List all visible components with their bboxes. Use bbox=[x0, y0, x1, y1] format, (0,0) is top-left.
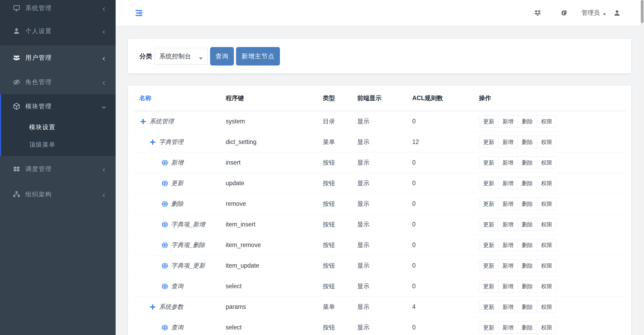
bird-icon[interactable] bbox=[560, 9, 568, 17]
sidebar-item-组织架构[interactable]: 组织架构 bbox=[0, 182, 116, 207]
cell-program-key: update bbox=[226, 180, 323, 187]
cell-name: 系统管理 bbox=[134, 117, 226, 125]
insert-button[interactable]: 新增 bbox=[498, 198, 518, 210]
page-scrollbar[interactable] bbox=[640, 0, 644, 335]
cell-program-key: insert bbox=[226, 159, 323, 166]
cell-display: 显示 bbox=[357, 262, 412, 270]
insert-button[interactable]: 新增 bbox=[498, 239, 518, 251]
insert-button[interactable]: 新增 bbox=[498, 280, 518, 292]
cell-operations: 更新新增删除权限 bbox=[479, 115, 626, 128]
cell-program-key: item_remove bbox=[226, 241, 323, 249]
insert-button[interactable]: 新增 bbox=[498, 259, 518, 272]
scrollbar-thumb[interactable] bbox=[641, 0, 643, 23]
permission-button[interactable]: 权限 bbox=[537, 115, 556, 128]
remove-button[interactable]: 删除 bbox=[518, 218, 537, 231]
sidebar-item-角色管理[interactable]: 角色管理 bbox=[0, 70, 116, 94]
cell-program-key: select bbox=[226, 324, 323, 331]
module-name: 更新 bbox=[171, 179, 183, 187]
remove-button[interactable]: 删除 bbox=[518, 115, 537, 128]
sidebar-item-用户管理[interactable]: 用户管理 bbox=[0, 45, 116, 70]
add-master-node-button[interactable]: 新增主节点 bbox=[236, 47, 280, 66]
remove-button[interactable]: 删除 bbox=[518, 321, 537, 334]
globe-icon bbox=[161, 283, 168, 290]
update-button[interactable]: 更新 bbox=[479, 301, 498, 313]
row-action-group: 更新新增删除权限 bbox=[479, 156, 556, 169]
insert-button[interactable]: 新增 bbox=[498, 115, 518, 128]
cell-operations: 更新新增删除权限 bbox=[479, 136, 626, 148]
cell-type: 按钮 bbox=[323, 200, 357, 208]
table-row: 新增insert按钮显示0更新新增删除权限 bbox=[134, 152, 626, 173]
table-row: 查询select按钮显示0更新新增删除权限 bbox=[134, 276, 626, 297]
column-header-key: 程序键 bbox=[226, 94, 323, 102]
plus-icon[interactable] bbox=[149, 304, 156, 310]
permission-button[interactable]: 权限 bbox=[537, 136, 556, 148]
collapse-sidebar-icon[interactable] bbox=[134, 9, 144, 17]
permission-button[interactable]: 权限 bbox=[537, 156, 556, 169]
cell-type: 按钮 bbox=[323, 159, 357, 167]
remove-button[interactable]: 删除 bbox=[518, 156, 537, 169]
permission-button[interactable]: 权限 bbox=[537, 198, 556, 210]
plus-icon[interactable] bbox=[149, 139, 156, 146]
user-menu[interactable]: 管理员 bbox=[582, 9, 606, 17]
remove-button[interactable]: 删除 bbox=[518, 239, 537, 251]
cell-type: 菜单 bbox=[323, 138, 357, 146]
sidebar: 系统管理个人设置用户管理角色管理模块管理模块设置顶级菜单调度管理组织架构 bbox=[0, 0, 116, 335]
permission-button[interactable]: 权限 bbox=[537, 239, 556, 251]
update-button[interactable]: 更新 bbox=[479, 177, 498, 189]
insert-button[interactable]: 新增 bbox=[498, 156, 518, 169]
sidebar-item-系统管理[interactable]: 系统管理 bbox=[0, 0, 116, 16]
update-button[interactable]: 更新 bbox=[479, 259, 498, 272]
cell-name: 字典项_更新 bbox=[134, 262, 226, 270]
update-button[interactable]: 更新 bbox=[479, 321, 498, 334]
update-button[interactable]: 更新 bbox=[479, 198, 498, 210]
permission-button[interactable]: 权限 bbox=[537, 280, 556, 292]
sidebar-item-模块管理[interactable]: 模块管理 bbox=[1, 94, 116, 118]
cell-display: 显示 bbox=[357, 200, 412, 208]
remove-button[interactable]: 删除 bbox=[518, 301, 537, 313]
cell-acl-count: 0 bbox=[412, 200, 479, 207]
dropbox-icon[interactable] bbox=[534, 9, 541, 17]
sidebar-item-调度管理[interactable]: 调度管理 bbox=[0, 156, 116, 182]
cell-operations: 更新新增删除权限 bbox=[479, 177, 626, 189]
update-button[interactable]: 更新 bbox=[479, 136, 498, 148]
permission-button[interactable]: 权限 bbox=[537, 301, 556, 313]
remove-button[interactable]: 删除 bbox=[518, 259, 537, 272]
plus-icon[interactable] bbox=[140, 118, 147, 125]
chevron-left-icon bbox=[102, 6, 106, 10]
update-button[interactable]: 更新 bbox=[479, 115, 498, 128]
column-header-name[interactable]: 名称 bbox=[134, 94, 226, 102]
sidebar-item-个人设置[interactable]: 个人设置 bbox=[0, 16, 116, 45]
permission-button[interactable]: 权限 bbox=[537, 259, 556, 272]
query-button[interactable]: 查询 bbox=[210, 47, 234, 66]
user-name: 管理员 bbox=[582, 9, 600, 17]
chevron-left-icon bbox=[102, 192, 106, 197]
row-action-group: 更新新增删除权限 bbox=[479, 280, 556, 292]
sidebar-subitem-顶级菜单[interactable]: 顶级菜单 bbox=[1, 136, 116, 153]
module-name: 查询 bbox=[171, 323, 183, 332]
cell-name: 字典项_新增 bbox=[134, 220, 226, 229]
insert-button[interactable]: 新增 bbox=[498, 321, 518, 334]
table-header-row: 名称 程序键 类型 前端显示 ACL规则数 操作 bbox=[134, 86, 626, 111]
globe-icon bbox=[161, 159, 168, 166]
update-button[interactable]: 更新 bbox=[479, 156, 498, 169]
grid-icon bbox=[13, 165, 20, 173]
update-button[interactable]: 更新 bbox=[479, 218, 498, 231]
sidebar-subitem-模块设置[interactable]: 模块设置 bbox=[1, 118, 116, 136]
insert-button[interactable]: 新增 bbox=[498, 136, 518, 148]
cell-name: 系统参数 bbox=[134, 303, 226, 311]
remove-button[interactable]: 删除 bbox=[518, 136, 537, 148]
permission-button[interactable]: 权限 bbox=[537, 218, 556, 231]
user-icon bbox=[13, 27, 20, 35]
remove-button[interactable]: 删除 bbox=[518, 198, 537, 210]
insert-button[interactable]: 新增 bbox=[498, 301, 518, 313]
permission-button[interactable]: 权限 bbox=[537, 321, 556, 334]
permission-button[interactable]: 权限 bbox=[537, 177, 556, 189]
insert-button[interactable]: 新增 bbox=[498, 177, 518, 189]
insert-button[interactable]: 新增 bbox=[498, 218, 518, 231]
remove-button[interactable]: 删除 bbox=[518, 280, 537, 292]
person-icon[interactable] bbox=[613, 9, 621, 17]
update-button[interactable]: 更新 bbox=[479, 280, 498, 292]
remove-button[interactable]: 删除 bbox=[518, 177, 537, 189]
update-button[interactable]: 更新 bbox=[479, 239, 498, 251]
category-select[interactable]: 系统控制台 bbox=[155, 48, 207, 65]
